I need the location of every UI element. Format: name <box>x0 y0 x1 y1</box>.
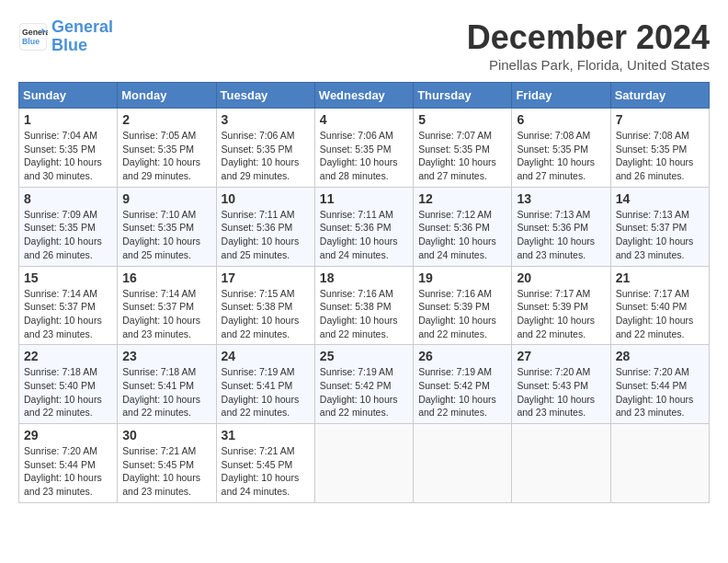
calendar-table: SundayMondayTuesdayWednesdayThursdayFrid… <box>18 82 710 503</box>
day-cell: 5Sunrise: 7:07 AM Sunset: 5:35 PM Daylig… <box>414 109 512 188</box>
day-cell: 25Sunrise: 7:19 AM Sunset: 5:42 PM Dayli… <box>314 345 413 424</box>
day-info: Sunrise: 7:20 AM Sunset: 5:44 PM Dayligh… <box>616 365 704 419</box>
day-cell: 13Sunrise: 7:13 AM Sunset: 5:36 PM Dayli… <box>512 187 610 266</box>
day-cell: 19Sunrise: 7:16 AM Sunset: 5:39 PM Dayli… <box>414 266 512 345</box>
day-info: Sunrise: 7:21 AM Sunset: 5:45 PM Dayligh… <box>222 444 310 499</box>
day-info: Sunrise: 7:10 AM Sunset: 5:35 PM Dayligh… <box>122 208 210 262</box>
day-info: Sunrise: 7:15 AM Sunset: 5:38 PM Dayligh… <box>222 287 310 341</box>
day-info: Sunrise: 7:20 AM Sunset: 5:43 PM Dayligh… <box>517 365 605 419</box>
day-info: Sunrise: 7:11 AM Sunset: 5:36 PM Dayligh… <box>320 208 408 262</box>
day-info: Sunrise: 7:06 AM Sunset: 5:35 PM Dayligh… <box>320 129 408 183</box>
day-number: 27 <box>517 349 605 363</box>
header-wednesday: Wednesday <box>314 83 413 109</box>
day-number: 28 <box>616 349 704 363</box>
logo-icon: General Blue <box>18 22 48 52</box>
day-number: 15 <box>24 270 112 285</box>
day-number: 1 <box>24 112 112 127</box>
day-number: 16 <box>122 270 210 285</box>
day-info: Sunrise: 7:21 AM Sunset: 5:45 PM Dayligh… <box>122 444 210 499</box>
day-cell: 11Sunrise: 7:11 AM Sunset: 5:36 PM Dayli… <box>314 187 413 266</box>
day-number: 5 <box>418 112 506 127</box>
day-cell: 17Sunrise: 7:15 AM Sunset: 5:38 PM Dayli… <box>216 266 314 345</box>
day-number: 30 <box>122 428 210 442</box>
day-info: Sunrise: 7:19 AM Sunset: 5:41 PM Dayligh… <box>222 365 310 419</box>
day-info: Sunrise: 7:13 AM Sunset: 5:37 PM Dayligh… <box>616 208 704 262</box>
day-cell <box>414 424 512 503</box>
day-info: Sunrise: 7:11 AM Sunset: 5:36 PM Dayligh… <box>222 208 310 262</box>
day-cell: 10Sunrise: 7:11 AM Sunset: 5:36 PM Dayli… <box>216 187 314 266</box>
week-row-4: 22Sunrise: 7:18 AM Sunset: 5:40 PM Dayli… <box>19 345 710 424</box>
day-info: Sunrise: 7:17 AM Sunset: 5:39 PM Dayligh… <box>517 287 605 341</box>
day-info: Sunrise: 7:12 AM Sunset: 5:36 PM Dayligh… <box>418 208 506 262</box>
day-number: 31 <box>222 428 310 442</box>
day-cell: 27Sunrise: 7:20 AM Sunset: 5:43 PM Dayli… <box>512 345 610 424</box>
header-thursday: Thursday <box>414 83 512 109</box>
day-cell: 14Sunrise: 7:13 AM Sunset: 5:37 PM Dayli… <box>610 187 709 266</box>
day-number: 8 <box>24 191 112 206</box>
day-number: 24 <box>222 349 310 363</box>
day-number: 2 <box>122 112 210 127</box>
week-row-3: 15Sunrise: 7:14 AM Sunset: 5:37 PM Dayli… <box>19 266 710 345</box>
svg-text:Blue: Blue <box>22 37 40 46</box>
location-title: Pinellas Park, Florida, United States <box>467 57 710 73</box>
day-cell: 21Sunrise: 7:17 AM Sunset: 5:40 PM Dayli… <box>610 266 709 345</box>
day-cell: 26Sunrise: 7:19 AM Sunset: 5:42 PM Dayli… <box>414 345 512 424</box>
day-cell: 9Sunrise: 7:10 AM Sunset: 5:35 PM Daylig… <box>118 187 216 266</box>
day-info: Sunrise: 7:08 AM Sunset: 5:35 PM Dayligh… <box>517 129 605 183</box>
day-cell: 23Sunrise: 7:18 AM Sunset: 5:41 PM Dayli… <box>118 345 216 424</box>
day-info: Sunrise: 7:19 AM Sunset: 5:42 PM Dayligh… <box>418 365 506 419</box>
day-info: Sunrise: 7:14 AM Sunset: 5:37 PM Dayligh… <box>122 287 210 341</box>
title-section: December 2024 Pinellas Park, Florida, Un… <box>467 18 710 73</box>
day-info: Sunrise: 7:07 AM Sunset: 5:35 PM Dayligh… <box>418 129 506 183</box>
day-cell: 1Sunrise: 7:04 AM Sunset: 5:35 PM Daylig… <box>19 109 118 188</box>
day-number: 7 <box>616 112 704 127</box>
day-number: 4 <box>320 112 408 127</box>
day-info: Sunrise: 7:16 AM Sunset: 5:39 PM Dayligh… <box>418 287 506 341</box>
day-info: Sunrise: 7:08 AM Sunset: 5:35 PM Dayligh… <box>616 129 704 183</box>
logo-text-general: General <box>51 18 113 37</box>
day-cell: 8Sunrise: 7:09 AM Sunset: 5:35 PM Daylig… <box>19 187 118 266</box>
day-number: 10 <box>222 191 310 206</box>
svg-text:General: General <box>22 28 48 37</box>
day-cell <box>314 424 413 503</box>
day-number: 13 <box>517 191 605 206</box>
day-cell: 30Sunrise: 7:21 AM Sunset: 5:45 PM Dayli… <box>118 424 216 503</box>
day-cell: 7Sunrise: 7:08 AM Sunset: 5:35 PM Daylig… <box>610 109 709 188</box>
day-cell: 12Sunrise: 7:12 AM Sunset: 5:36 PM Dayli… <box>414 187 512 266</box>
days-header-row: SundayMondayTuesdayWednesdayThursdayFrid… <box>19 83 710 109</box>
day-cell: 4Sunrise: 7:06 AM Sunset: 5:35 PM Daylig… <box>314 109 413 188</box>
day-number: 12 <box>418 191 506 206</box>
day-number: 11 <box>320 191 408 206</box>
day-number: 14 <box>616 191 704 206</box>
day-number: 21 <box>616 270 704 285</box>
day-number: 25 <box>320 349 408 363</box>
day-number: 17 <box>222 270 310 285</box>
day-number: 19 <box>418 270 506 285</box>
day-info: Sunrise: 7:19 AM Sunset: 5:42 PM Dayligh… <box>320 365 408 419</box>
header-tuesday: Tuesday <box>216 83 314 109</box>
logo: General Blue General Blue <box>18 18 113 55</box>
day-cell: 22Sunrise: 7:18 AM Sunset: 5:40 PM Dayli… <box>19 345 118 424</box>
day-info: Sunrise: 7:18 AM Sunset: 5:40 PM Dayligh… <box>24 365 112 419</box>
day-number: 29 <box>24 428 112 442</box>
day-info: Sunrise: 7:06 AM Sunset: 5:35 PM Dayligh… <box>222 129 310 183</box>
day-cell: 28Sunrise: 7:20 AM Sunset: 5:44 PM Dayli… <box>610 345 709 424</box>
day-info: Sunrise: 7:05 AM Sunset: 5:35 PM Dayligh… <box>122 129 210 183</box>
month-title: December 2024 <box>467 18 710 57</box>
day-cell <box>512 424 610 503</box>
day-number: 9 <box>122 191 210 206</box>
day-number: 23 <box>122 349 210 363</box>
day-info: Sunrise: 7:14 AM Sunset: 5:37 PM Dayligh… <box>24 287 112 341</box>
day-cell: 2Sunrise: 7:05 AM Sunset: 5:35 PM Daylig… <box>118 109 216 188</box>
day-cell: 6Sunrise: 7:08 AM Sunset: 5:35 PM Daylig… <box>512 109 610 188</box>
day-cell: 29Sunrise: 7:20 AM Sunset: 5:44 PM Dayli… <box>19 424 118 503</box>
day-info: Sunrise: 7:20 AM Sunset: 5:44 PM Dayligh… <box>24 444 112 499</box>
week-row-5: 29Sunrise: 7:20 AM Sunset: 5:44 PM Dayli… <box>19 424 710 503</box>
day-cell: 18Sunrise: 7:16 AM Sunset: 5:38 PM Dayli… <box>314 266 413 345</box>
day-number: 26 <box>418 349 506 363</box>
day-cell <box>610 424 709 503</box>
day-cell: 3Sunrise: 7:06 AM Sunset: 5:35 PM Daylig… <box>216 109 314 188</box>
day-number: 20 <box>517 270 605 285</box>
header-friday: Friday <box>512 83 610 109</box>
day-info: Sunrise: 7:13 AM Sunset: 5:36 PM Dayligh… <box>517 208 605 262</box>
